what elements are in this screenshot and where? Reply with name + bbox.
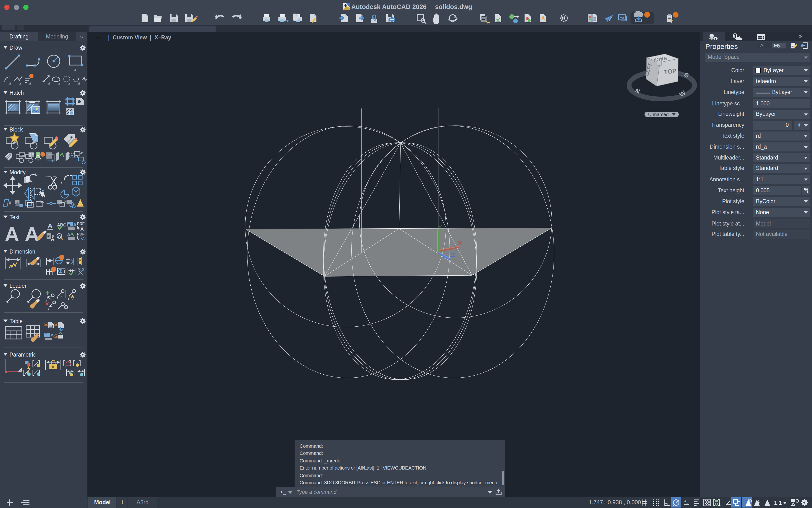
svg-text:.1: .1: [62, 269, 65, 273]
svg-text:Modify: Modify: [9, 169, 26, 175]
svg-text:i: i: [715, 37, 716, 40]
svg-text:A: A: [50, 333, 54, 338]
svg-text:S: S: [44, 321, 48, 327]
svg-text:Hatch: Hatch: [9, 89, 24, 96]
svg-text:PDF: PDF: [77, 232, 85, 236]
svg-text:A: A: [47, 222, 53, 229]
svg-text:TOP: TOP: [663, 67, 676, 76]
svg-text:Leader: Leader: [9, 283, 27, 289]
svg-text:1:1: 1:1: [774, 499, 782, 506]
svg-text:S: S: [54, 333, 58, 339]
svg-text:Parametric: Parametric: [9, 351, 36, 357]
svg-text:Draw: Draw: [9, 44, 22, 50]
svg-text:PDF: PDF: [77, 221, 85, 225]
svg-text:A: A: [58, 234, 61, 239]
svg-text:A: A: [67, 232, 70, 237]
svg-text:S: S: [54, 321, 58, 327]
svg-text:Dimension: Dimension: [9, 248, 35, 254]
svg-text:Block: Block: [9, 126, 23, 132]
svg-text:A: A: [51, 236, 54, 242]
svg-text:A: A: [5, 223, 19, 245]
svg-text:A: A: [80, 226, 84, 231]
svg-text:Text: Text: [9, 214, 20, 220]
svg-text:A: A: [73, 222, 77, 227]
svg-text:A: A: [25, 223, 39, 245]
svg-text:Table: Table: [9, 318, 23, 324]
svg-text:Unnamed: Unnamed: [648, 112, 668, 117]
